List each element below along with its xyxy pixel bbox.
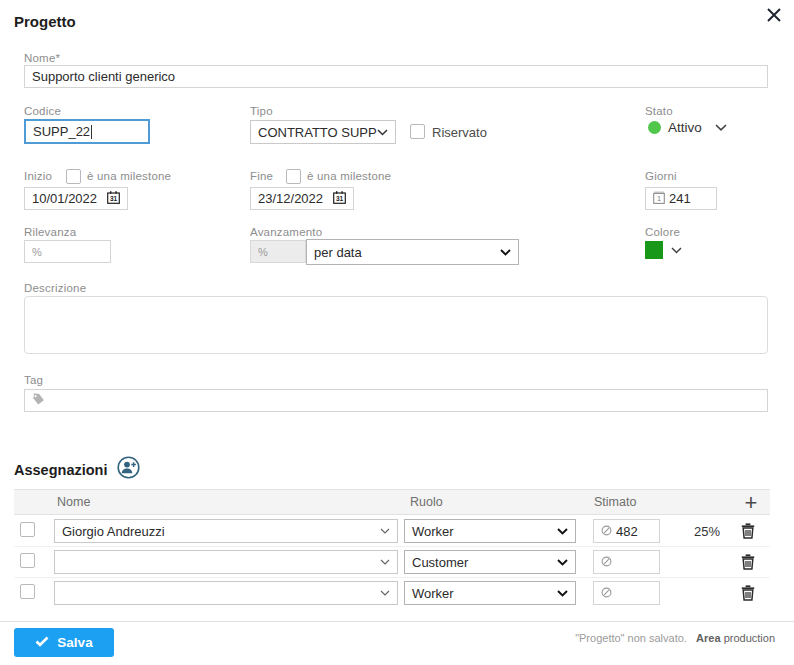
chevron-down-icon [557, 559, 568, 566]
tipo-value: CONTRATTO SUPPO [258, 125, 377, 140]
add-row-button[interactable]: + [740, 492, 762, 514]
tag-label: Tag [24, 374, 43, 386]
trash-icon[interactable] [739, 583, 757, 603]
save-button[interactable]: Salva [14, 628, 114, 657]
inizio-label: Inizio [24, 170, 52, 182]
assignment-role-value: Worker [412, 524, 454, 539]
trash-icon[interactable] [739, 552, 757, 572]
inizio-date-input[interactable]: 10/01/2022 31 [24, 187, 128, 210]
stato-value: Attivo [668, 120, 702, 135]
area-value: production [724, 632, 775, 644]
chevron-down-icon [377, 129, 388, 136]
assignment-estimate-input[interactable]: 482 [593, 519, 660, 543]
inizio-milestone-label: è una milestone [87, 170, 171, 182]
estimate-icon [601, 586, 612, 601]
assignment-name-select[interactable]: Giorgio Andreuzzi [54, 519, 398, 543]
colore-picker[interactable] [645, 241, 682, 259]
assignment-name-select[interactable] [54, 550, 398, 574]
row-checkbox[interactable] [20, 584, 35, 599]
giorni-input[interactable]: 1 241 [645, 187, 717, 210]
row-checkbox[interactable] [20, 553, 35, 568]
fine-milestone-label: è una milestone [307, 170, 391, 182]
fine-date-input[interactable]: 23/12/2022 31 [250, 187, 354, 210]
area-label: Area [696, 632, 720, 644]
tipo-label: Tipo [250, 105, 273, 117]
chevron-down-icon [380, 528, 390, 534]
chevron-down-icon [671, 247, 682, 254]
tag-icon [32, 393, 45, 409]
tipo-select[interactable]: CONTRATTO SUPPO [250, 120, 396, 144]
tag-input[interactable] [24, 389, 768, 412]
descrizione-label: Descrizione [24, 282, 86, 294]
add-person-icon[interactable] [117, 456, 140, 483]
fine-milestone-checkbox[interactable] [286, 169, 301, 184]
avanzamento-value: per data [314, 245, 362, 260]
assignment-role-select[interactable]: Worker [404, 581, 576, 605]
svg-text:31: 31 [110, 195, 118, 202]
fine-label: Fine [250, 170, 273, 182]
chevron-down-icon [500, 249, 511, 256]
assignment-role-value: Customer [412, 555, 468, 570]
svg-text:31: 31 [336, 195, 344, 202]
rilevanza-label: Rilevanza [24, 226, 76, 238]
calendar-icon[interactable]: 31 [333, 191, 346, 207]
giorni-label: Giorni [645, 170, 677, 182]
calendar-day-icon: 1 [653, 191, 665, 207]
assegnazioni-table-header: Nome Ruolo Stimato + [14, 489, 770, 515]
assignment-name-select[interactable] [54, 581, 398, 605]
chevron-down-icon [557, 528, 568, 535]
trash-icon[interactable] [739, 521, 757, 541]
assignment-role-value: Worker [412, 586, 454, 601]
codice-value: SUPP_22 [33, 124, 90, 139]
page-title: Progetto [14, 13, 76, 30]
assignment-name-value: Giorgio Andreuzzi [62, 524, 165, 539]
fine-value: 23/12/2022 [258, 191, 323, 206]
column-header-stimato: Stimato [594, 495, 636, 509]
nome-value: Supporto clienti generico [32, 69, 175, 84]
codice-label: Codice [24, 105, 61, 117]
riservato-label: Riservato [432, 125, 487, 140]
codice-input[interactable]: SUPP_22 [24, 119, 150, 144]
colore-label: Colore [645, 226, 680, 238]
chevron-down-icon [380, 590, 390, 596]
inizio-value: 10/01/2022 [32, 191, 97, 206]
inizio-milestone-checkbox[interactable] [66, 169, 81, 184]
assignment-estimate-input[interactable] [593, 581, 660, 605]
nome-label: Nome* [24, 52, 60, 64]
assignment-estimate-input[interactable] [593, 550, 660, 574]
rilevanza-input[interactable]: % [24, 240, 111, 263]
close-icon[interactable] [766, 7, 784, 25]
check-icon [35, 635, 49, 650]
color-swatch[interactable] [645, 241, 663, 259]
status-dot-icon [648, 121, 661, 134]
column-header-nome: Nome [57, 495, 90, 509]
column-header-ruolo: Ruolo [410, 495, 443, 509]
text-caret [91, 125, 92, 139]
estimate-icon [601, 555, 612, 570]
percent-icon: % [258, 246, 268, 258]
footer-status: "Progetto" non salvato. Area production [575, 632, 775, 644]
save-button-label: Salva [57, 635, 92, 650]
giorni-value: 241 [669, 191, 691, 206]
avanzamento-select[interactable]: per data [306, 239, 519, 265]
assignment-percent: 25% [684, 524, 720, 539]
calendar-icon[interactable]: 31 [107, 191, 120, 207]
assegnazioni-title: Assegnazioni [14, 462, 107, 478]
riservato-checkbox[interactable] [410, 124, 425, 139]
chevron-down-icon [715, 124, 727, 131]
descrizione-textarea[interactable] [24, 296, 768, 354]
estimate-icon [601, 524, 612, 539]
svg-text:1: 1 [657, 195, 661, 202]
chevron-down-icon [557, 590, 568, 597]
assignment-role-select[interactable]: Worker [404, 519, 576, 543]
nome-input[interactable]: Supporto clienti generico [24, 65, 768, 88]
unsaved-status-text: "Progetto" non salvato. [575, 632, 687, 644]
avanzamento-percent-box: % [250, 240, 306, 263]
row-checkbox[interactable] [20, 522, 35, 537]
chevron-down-icon [380, 559, 390, 565]
assignment-estimate-value: 482 [616, 524, 638, 539]
assignment-role-select[interactable]: Customer [404, 550, 576, 574]
avanzamento-label: Avanzamento [250, 226, 322, 238]
stato-select[interactable]: Attivo [648, 120, 727, 135]
stato-label: Stato [645, 105, 673, 117]
